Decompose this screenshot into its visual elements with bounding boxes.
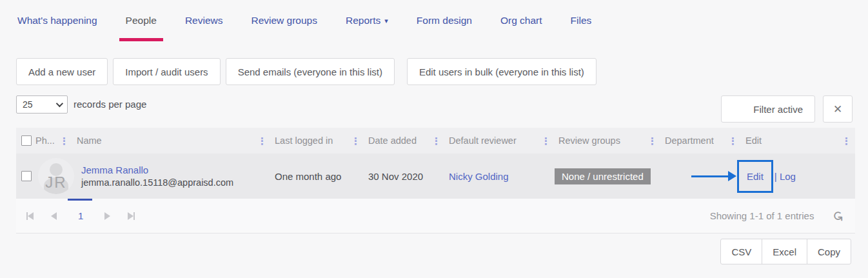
avatar-initials: JR <box>45 174 66 192</box>
user-actions-toolbar: Add a new user Import / audit users Send… <box>0 41 868 85</box>
first-page-button[interactable] <box>26 212 34 220</box>
close-filter-button[interactable]: ✕ <box>823 95 853 123</box>
csv-button[interactable]: CSV <box>720 239 762 264</box>
default-reviewer-link[interactable]: Nicky Golding <box>449 171 509 182</box>
active-tab-underline <box>119 38 163 41</box>
row-default-reviewer: Nicky Golding <box>445 154 555 199</box>
column-header-date-added[interactable]: Date added⋮ <box>364 128 445 154</box>
nav-tab-reports[interactable]: Reports▾ <box>339 0 395 41</box>
row-date-added: 30 Nov 2020 <box>364 154 445 199</box>
nav-tab-form-design[interactable]: Form design <box>410 0 478 41</box>
active-page-indicator <box>68 199 92 201</box>
top-nav: What's happening People Reviews Review g… <box>0 0 868 41</box>
row-photo-cell: JR <box>32 154 73 199</box>
last-page-button[interactable] <box>128 212 135 220</box>
close-icon: ✕ <box>833 103 842 116</box>
nav-tab-files[interactable]: Files <box>564 0 598 41</box>
row-name-cell: Jemma Ranallo jemma.ranallo.15118@apprai… <box>73 154 271 199</box>
select-all-checkbox[interactable] <box>21 135 32 146</box>
records-per-page-label: records per page <box>74 95 146 114</box>
column-header-default-reviewer[interactable]: Default reviewer⋮ <box>445 128 555 154</box>
table-header-row: Ph...⋮ Name⋮ Last logged in⋮ Date added⋮… <box>16 128 855 154</box>
column-menu-icon[interactable]: ⋮ <box>541 136 551 146</box>
column-header-last-logged-in[interactable]: Last logged in⋮ <box>271 128 364 154</box>
annotation-highlight-box: Edit <box>737 160 773 193</box>
avatar[interactable]: JR <box>38 158 74 194</box>
add-new-user-button[interactable]: Add a new user <box>16 58 108 85</box>
caret-down-icon: ▾ <box>384 17 388 25</box>
next-page-icon <box>104 212 110 220</box>
previous-page-button[interactable] <box>51 212 57 220</box>
copy-button[interactable]: Copy <box>807 239 851 264</box>
nav-tab-review-groups[interactable]: Review groups <box>244 0 324 41</box>
column-menu-icon[interactable]: ⋮ <box>728 136 738 146</box>
nav-tab-org-chart[interactable]: Org chart <box>494 0 549 41</box>
table-row: JR Jemma Ranallo jemma.ranallo.15118@app… <box>16 154 855 199</box>
annotation-arrow <box>691 175 728 177</box>
chevron-down-icon <box>56 100 63 107</box>
row-select-cell <box>16 154 32 199</box>
refresh-icon[interactable]: ↻ <box>830 210 845 222</box>
column-menu-icon[interactable]: ⋮ <box>431 136 441 146</box>
previous-page-icon <box>51 212 57 220</box>
last-page-icon <box>128 212 133 220</box>
filter-active-button[interactable]: Filter active <box>721 95 815 123</box>
page-number-1[interactable]: 1 <box>74 210 87 221</box>
header-select-all <box>16 128 32 154</box>
nav-tab-people[interactable]: People <box>119 0 163 41</box>
people-page: What's happening People Reviews Review g… <box>0 0 868 278</box>
excel-button[interactable]: Excel <box>762 239 807 264</box>
edit-link[interactable]: Edit <box>747 171 764 182</box>
list-controls: 25 records per page Filter active ✕ <box>0 85 868 123</box>
column-header-department[interactable]: Department⋮ <box>661 128 742 154</box>
next-page-button[interactable] <box>104 212 110 220</box>
annotation-arrow-head <box>728 171 736 181</box>
column-menu-icon[interactable]: ⋮ <box>842 136 851 146</box>
column-menu-icon[interactable]: ⋮ <box>59 136 69 146</box>
nav-tab-whats-happening[interactable]: What's happening <box>11 0 104 41</box>
column-menu-icon[interactable]: ⋮ <box>351 136 360 146</box>
row-checkbox[interactable] <box>21 171 32 181</box>
first-page-icon <box>28 212 34 220</box>
column-header-review-groups[interactable]: Review groups⋮ <box>555 128 661 154</box>
records-per-page-value: 25 <box>23 99 33 110</box>
send-emails-button[interactable]: Send emails (everyone in this list) <box>226 58 395 85</box>
import-audit-users-button[interactable]: Import / audit users <box>113 58 220 85</box>
column-menu-icon[interactable]: ⋮ <box>257 136 267 146</box>
pagination: 1 <box>26 210 135 221</box>
nav-tab-reviews[interactable]: Reviews <box>179 0 230 41</box>
row-review-groups: None / unrestricted <box>555 154 661 199</box>
user-name-link[interactable]: Jemma Ranallo <box>81 164 148 175</box>
records-per-page-select[interactable]: 25 <box>16 95 68 114</box>
table-footer: 1 Showing 1-1 of 1 entries ↻ <box>16 199 855 233</box>
log-link[interactable]: Log <box>780 171 796 182</box>
edit-users-bulk-button[interactable]: Edit users in bulk (everyone in this lis… <box>407 58 597 85</box>
row-last-logged-in: One month ago <box>271 154 364 199</box>
export-buttons: CSV Excel Copy <box>0 233 868 264</box>
entries-summary: Showing 1-1 of 1 entries <box>710 210 814 221</box>
user-email: jemma.ranallo.15118@appraisd.com <box>81 177 271 188</box>
edit-log-separator: | <box>774 171 777 182</box>
column-header-edit[interactable]: Edit⋮ <box>742 128 855 154</box>
column-header-name[interactable]: Name⋮ <box>73 128 271 154</box>
column-header-photo[interactable]: Ph...⋮ <box>32 128 73 154</box>
row-edit-cell: Edit | Log <box>742 154 855 199</box>
column-menu-icon[interactable]: ⋮ <box>647 136 657 146</box>
review-groups-badge: None / unrestricted <box>555 168 651 184</box>
users-table: Ph...⋮ Name⋮ Last logged in⋮ Date added⋮… <box>16 128 855 233</box>
